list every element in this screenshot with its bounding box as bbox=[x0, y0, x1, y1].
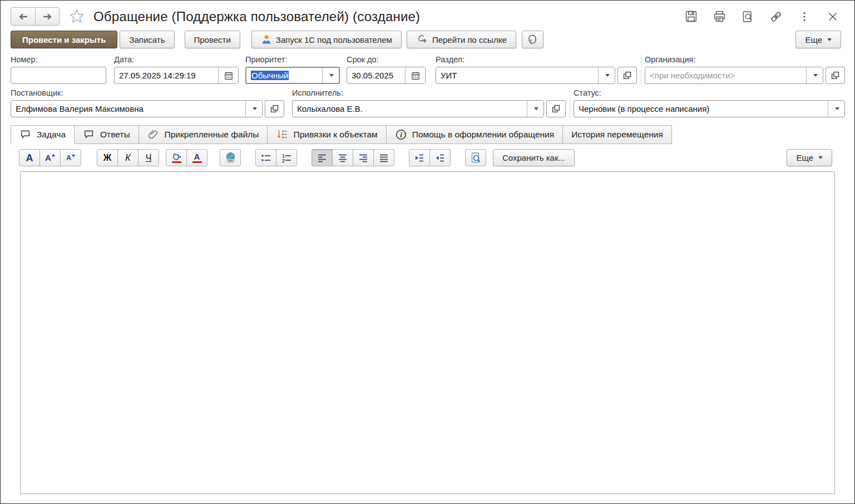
indent-decrease-button[interactable] bbox=[429, 149, 451, 166]
write-label: Записать bbox=[129, 35, 165, 45]
underline-button[interactable]: Ч bbox=[138, 149, 159, 166]
author-dropdown-button[interactable] bbox=[245, 101, 262, 117]
font-grow-icon: A bbox=[45, 154, 51, 162]
post-and-close-label: Провести и закрыть bbox=[22, 35, 106, 45]
numbered-list-icon: 12 bbox=[281, 152, 293, 164]
svg-text:2: 2 bbox=[282, 157, 285, 163]
font-decrease-button[interactable]: A bbox=[60, 149, 81, 166]
due-date-calendar-button[interactable] bbox=[405, 67, 425, 83]
tab-label: Привязки к объектам bbox=[293, 130, 377, 140]
style-group: Ж К Ч bbox=[97, 149, 159, 166]
forward-button[interactable] bbox=[35, 8, 59, 25]
font-select-button[interactable]: A bbox=[19, 149, 40, 166]
date-input[interactable]: 27.05.2025 14:29:19 bbox=[114, 67, 239, 84]
write-button[interactable]: Записать bbox=[120, 31, 174, 48]
preview-button[interactable] bbox=[740, 9, 755, 24]
favorite-button[interactable] bbox=[68, 8, 86, 26]
align-left-icon bbox=[317, 152, 328, 164]
text-color-button[interactable]: A bbox=[186, 149, 207, 166]
bold-button[interactable]: Ж bbox=[97, 149, 118, 166]
tab-object-links[interactable]: Привязки к объектам bbox=[267, 125, 386, 144]
tab-attached-files[interactable]: Прикрепленные файлы bbox=[139, 125, 268, 144]
link-chain-icon bbox=[769, 9, 783, 24]
tab-move-history[interactable]: История перемещения bbox=[562, 125, 672, 144]
organization-field-group: Организация: <при необходимости> bbox=[645, 55, 845, 84]
list-group: 12 bbox=[255, 149, 297, 166]
organization-input[interactable]: <при необходимости> bbox=[645, 67, 823, 84]
assignee-dropdown-button[interactable] bbox=[527, 101, 543, 117]
save-as-button[interactable]: Сохранить как... bbox=[493, 149, 575, 166]
insert-hyperlink-button[interactable] bbox=[220, 149, 241, 166]
font-increase-button[interactable]: A bbox=[39, 149, 61, 166]
align-justify-button[interactable] bbox=[373, 149, 394, 166]
status-value: Черновик (в процессе написания) bbox=[574, 101, 828, 117]
chevron-down-icon bbox=[329, 74, 334, 77]
tab-task[interactable]: Задача bbox=[11, 125, 75, 144]
section-input[interactable]: УИТ bbox=[436, 67, 615, 84]
section-open-button[interactable] bbox=[617, 67, 637, 84]
titlebar-actions bbox=[684, 9, 844, 24]
align-right-button[interactable] bbox=[353, 149, 374, 166]
underline-icon: Ч bbox=[146, 154, 152, 162]
preview-group bbox=[465, 149, 486, 166]
editor-toolbar: A A A Ж К Ч A bbox=[1, 144, 854, 166]
support-headset-button[interactable] bbox=[522, 31, 543, 48]
bullet-list-button[interactable] bbox=[255, 149, 276, 166]
assignee-field-group: Исполнитель: Колыхалова Е.В. bbox=[292, 88, 566, 117]
author-input[interactable]: Елфимова Валерия Максимовна bbox=[11, 100, 263, 117]
priority-dropdown-button[interactable] bbox=[322, 68, 339, 83]
more-vertical-button[interactable] bbox=[797, 9, 812, 24]
due-date-value: 30.05.2025 bbox=[347, 67, 405, 83]
status-input[interactable]: Черновик (в процессе написания) bbox=[574, 100, 845, 117]
close-button[interactable] bbox=[826, 9, 840, 24]
fill-color-button[interactable] bbox=[166, 149, 187, 166]
author-open-button[interactable] bbox=[265, 100, 284, 117]
hyperlink-group bbox=[220, 149, 241, 166]
get-link-button[interactable] bbox=[769, 9, 783, 24]
follow-link-label: Перейти по ссылке bbox=[432, 35, 507, 45]
tab-bar: Задача Ответы Прикрепленные файлы Привяз… bbox=[1, 122, 854, 144]
headset-icon bbox=[526, 33, 538, 46]
svg-text:i: i bbox=[400, 131, 402, 139]
preview-magnifier-icon bbox=[741, 10, 754, 23]
command-bar-more-button[interactable]: Еще bbox=[795, 31, 841, 48]
status-label: Статус: bbox=[574, 88, 845, 97]
save-button[interactable] bbox=[684, 9, 698, 24]
message-body-editor[interactable] bbox=[20, 171, 835, 494]
post-and-close-button[interactable]: Провести и закрыть bbox=[11, 31, 117, 48]
due-date-input[interactable]: 30.05.2025 bbox=[347, 67, 426, 84]
assignee-open-button[interactable] bbox=[546, 100, 566, 117]
author-label: Постановщик: bbox=[11, 88, 284, 97]
align-left-button[interactable] bbox=[312, 149, 333, 166]
user-person-icon bbox=[261, 34, 272, 45]
number-input[interactable] bbox=[11, 67, 106, 84]
align-center-button[interactable] bbox=[332, 149, 353, 166]
back-button[interactable] bbox=[11, 8, 35, 25]
command-bar-more-label: Еще bbox=[805, 35, 822, 45]
follow-link-button[interactable]: Перейти по ссылке bbox=[407, 31, 516, 48]
organization-open-button[interactable] bbox=[826, 67, 845, 84]
run-as-user-button[interactable]: Запуск 1С под пользователем bbox=[251, 31, 402, 48]
post-button[interactable]: Провести bbox=[185, 31, 240, 48]
chevron-down-icon bbox=[835, 107, 839, 110]
editor-more-button[interactable]: Еще bbox=[787, 149, 832, 166]
calendar-icon bbox=[410, 70, 421, 81]
organization-dropdown-button[interactable] bbox=[806, 67, 823, 83]
tab-label: Ответы bbox=[100, 130, 130, 140]
priority-input[interactable]: Обычный bbox=[245, 67, 340, 84]
date-calendar-button[interactable] bbox=[218, 67, 238, 83]
print-button[interactable] bbox=[712, 9, 726, 24]
object-links-arrow-icon bbox=[276, 129, 288, 141]
document-preview-button[interactable] bbox=[465, 149, 486, 166]
indent-group bbox=[409, 149, 451, 166]
indent-increase-button[interactable] bbox=[409, 149, 430, 166]
editor-more-label: Еще bbox=[796, 153, 813, 162]
tab-answers[interactable]: Ответы bbox=[74, 125, 139, 144]
italic-button[interactable]: К bbox=[117, 149, 139, 166]
align-right-icon bbox=[358, 152, 369, 164]
assignee-input[interactable]: Колыхалова Е.В. bbox=[292, 100, 544, 117]
tab-help[interactable]: i Помощь в оформлении обращения bbox=[386, 125, 563, 144]
numbered-list-button[interactable]: 12 bbox=[276, 149, 297, 166]
status-dropdown-button[interactable] bbox=[828, 101, 844, 117]
section-dropdown-button[interactable] bbox=[598, 67, 615, 83]
